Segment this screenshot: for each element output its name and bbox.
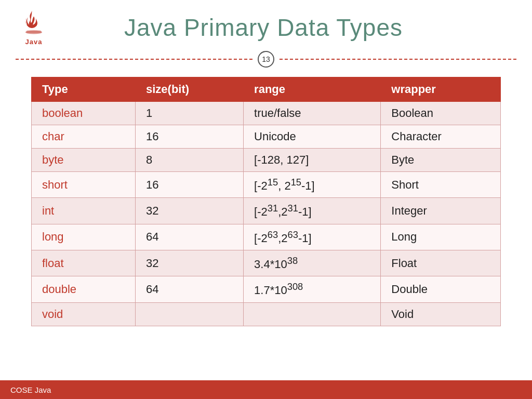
cell-range: Unicode (244, 125, 381, 149)
col-size: size(bit) (136, 77, 244, 102)
cell-range: true/false (244, 102, 381, 125)
table-row: int 32 [-231,231-1] Integer (32, 198, 501, 224)
cell-range: [-215, 215-1] (244, 172, 381, 198)
cell-size: 16 (136, 172, 244, 198)
divider-right (280, 59, 516, 60)
header: Java Java Primary Data Types (0, 0, 532, 51)
table-row: long 64 [-263,263-1] Long (32, 224, 501, 250)
cell-wrapper: Character (381, 125, 501, 149)
table-header-row: Type size(bit) range wrapper (32, 77, 501, 102)
cell-size: 16 (136, 125, 244, 149)
cell-wrapper: Float (381, 250, 501, 276)
cell-type: long (32, 224, 136, 250)
page-title: Java Primary Data Types (16, 14, 511, 42)
table-row: double 64 1.7*10308 Double (32, 276, 501, 302)
cell-wrapper: Integer (381, 198, 501, 224)
divider-row: 13 (0, 51, 532, 68)
cell-size: 64 (136, 276, 244, 302)
cell-type: byte (32, 149, 136, 172)
cell-range: [-231,231-1] (244, 198, 381, 224)
cell-type: short (32, 172, 136, 198)
cell-wrapper: Long (381, 224, 501, 250)
footer-text: COSE Java (10, 385, 51, 394)
table-container: Type size(bit) range wrapper boolean 1 t… (0, 77, 532, 326)
table-row: char 16 Unicode Character (32, 125, 501, 149)
cell-type: float (32, 250, 136, 276)
cell-type: char (32, 125, 136, 149)
cell-type: boolean (32, 102, 136, 125)
cell-size (136, 302, 244, 326)
cell-type: int (32, 198, 136, 224)
cell-size: 64 (136, 224, 244, 250)
table-row: void Void (32, 302, 501, 326)
cell-wrapper: Boolean (381, 102, 501, 125)
col-type: Type (32, 77, 136, 102)
cell-range: [-263,263-1] (244, 224, 381, 250)
cell-range (244, 302, 381, 326)
cell-size: 1 (136, 102, 244, 125)
cell-wrapper: Byte (381, 149, 501, 172)
cell-wrapper: Short (381, 172, 501, 198)
table-row: short 16 [-215, 215-1] Short (32, 172, 501, 198)
cell-range: 3.4*1038 (244, 250, 381, 276)
cell-type: double (32, 276, 136, 302)
footer: COSE Java (0, 380, 532, 399)
table-row: byte 8 [-128, 127] Byte (32, 149, 501, 172)
col-range: range (244, 77, 381, 102)
cell-size: 32 (136, 250, 244, 276)
table-header: Type size(bit) range wrapper (32, 77, 501, 102)
cell-wrapper: Void (381, 302, 501, 326)
data-types-table: Type size(bit) range wrapper boolean 1 t… (31, 77, 501, 326)
cell-range: [-128, 127] (244, 149, 381, 172)
table-row: float 32 3.4*1038 Float (32, 250, 501, 276)
cell-size: 8 (136, 149, 244, 172)
cell-type: void (32, 302, 136, 326)
col-wrapper: wrapper (381, 77, 501, 102)
table-row: boolean 1 true/false Boolean (32, 102, 501, 125)
page-number: 13 (258, 51, 274, 68)
cell-range: 1.7*10308 (244, 276, 381, 302)
cell-wrapper: Double (381, 276, 501, 302)
cell-size: 32 (136, 198, 244, 224)
divider-left (16, 59, 252, 60)
table-body: boolean 1 true/false Boolean char 16 Uni… (32, 102, 501, 326)
